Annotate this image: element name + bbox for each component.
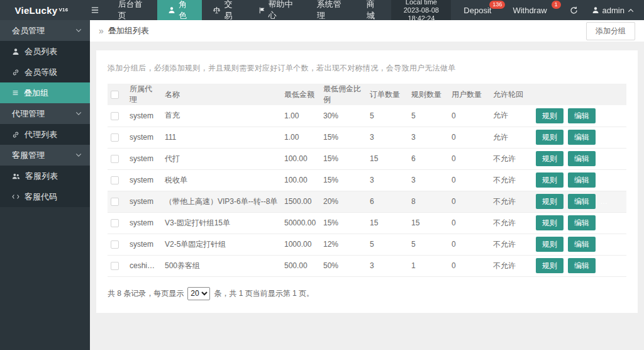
local-time-label: Local time bbox=[399, 0, 443, 6]
rule-button[interactable]: 规则 bbox=[536, 172, 564, 188]
edit-button[interactable]: 编辑 bbox=[568, 151, 596, 166]
cell-rule-count: 6 bbox=[408, 148, 448, 169]
main-content: » 叠加组列表 添加分组 添加分组后，必须添加规则，并且规则需要对应好订单个数，… bbox=[90, 0, 644, 313]
cell-rule-count: 5 bbox=[408, 105, 448, 127]
checkbox-cell bbox=[108, 191, 126, 212]
select-all-checkbox[interactable] bbox=[111, 91, 119, 99]
select-all-cell bbox=[108, 84, 126, 105]
withdraw-link[interactable]: Withdraw 1 bbox=[513, 0, 555, 20]
cell-agent: system bbox=[126, 191, 162, 212]
cell-user-count: 0 bbox=[448, 105, 490, 127]
deposit-label: Deposit bbox=[464, 6, 491, 15]
edit-button[interactable]: 编辑 bbox=[568, 130, 596, 145]
local-time-block: Local time 2023-08-08 18:42:24 bbox=[391, 0, 451, 20]
nav-item-mall[interactable]: 商城 bbox=[356, 0, 392, 20]
edit-button[interactable]: 编辑 bbox=[568, 258, 596, 273]
actions-cell: 规则编辑删除 bbox=[533, 148, 626, 169]
cell-allow-cycle: 不允许 bbox=[490, 169, 533, 191]
page-size-select[interactable]: 20 bbox=[187, 287, 210, 300]
brand-name: VieLucky bbox=[14, 5, 57, 16]
row-checkbox[interactable] bbox=[111, 198, 119, 206]
sidebar-item-member-list[interactable]: 会员列表 bbox=[0, 41, 90, 62]
app-logo: VieLuckyV16 bbox=[0, 0, 83, 20]
edit-button[interactable]: 编辑 bbox=[568, 108, 596, 123]
edit-button[interactable]: 编辑 bbox=[568, 194, 596, 209]
cell-min-amount: 100.00 bbox=[281, 169, 320, 191]
username: admin bbox=[602, 6, 625, 15]
cell-rule-count: 8 bbox=[408, 191, 448, 212]
row-checkbox[interactable] bbox=[111, 176, 119, 184]
row-checkbox[interactable] bbox=[111, 262, 119, 270]
rule-button[interactable]: 规则 bbox=[536, 258, 564, 273]
nav-item-home[interactable]: 后台首页 bbox=[108, 0, 157, 20]
cell-allow-cycle: 允许 bbox=[490, 127, 533, 148]
cell-user-count: 0 bbox=[448, 191, 490, 212]
cell-allow-cycle: 不允许 bbox=[490, 148, 533, 169]
sidebar-item-service-management[interactable]: 客服管理 bbox=[0, 145, 90, 166]
sidebar-item-stack-group[interactable]: 叠加组 bbox=[0, 82, 90, 103]
rule-button[interactable]: 规则 bbox=[536, 194, 564, 209]
row-checkbox[interactable] bbox=[111, 219, 119, 227]
row-checkbox[interactable] bbox=[111, 155, 119, 163]
local-time-value: 2023-08-08 18:42:24 bbox=[399, 6, 443, 23]
sidebar-item-label: 会员列表 bbox=[25, 46, 57, 57]
rule-button[interactable]: 规则 bbox=[536, 130, 564, 145]
sidebar-item-member-level[interactable]: 会员等级 bbox=[0, 62, 90, 82]
groups-table: 所属代理名称最低金额最低佣金比例订单数量规则数量用户数量允许轮回 system首… bbox=[108, 84, 626, 277]
nav-item-label: 角色 bbox=[179, 0, 191, 21]
sidebar-item-label: 客服列表 bbox=[25, 171, 58, 182]
column-header: 规则数量 bbox=[408, 84, 448, 105]
sidebar-group-label: 代理管理 bbox=[12, 108, 45, 120]
row-checkbox[interactable] bbox=[111, 240, 119, 249]
user-menu[interactable]: admin bbox=[587, 6, 644, 15]
cell-agent: system bbox=[126, 169, 162, 191]
checkbox-cell bbox=[108, 105, 126, 127]
column-header: 最低金额 bbox=[281, 84, 320, 105]
table-row: system首充1.0030%550允许规则编辑删除 bbox=[108, 105, 626, 127]
row-checkbox[interactable] bbox=[111, 112, 119, 120]
code-icon bbox=[12, 194, 19, 200]
cell-allow-cycle: 不允许 bbox=[490, 234, 533, 255]
chevron-down-icon bbox=[75, 28, 82, 33]
rule-button[interactable]: 规则 bbox=[536, 151, 564, 166]
cell-user-count: 0 bbox=[448, 234, 490, 255]
sidebar-item-label: 会员等级 bbox=[25, 67, 57, 78]
refresh-button[interactable] bbox=[570, 6, 578, 14]
actions-cell: 规则编辑删除 bbox=[533, 105, 626, 127]
nav-item-label: 后台首页 bbox=[118, 0, 147, 21]
rule-button[interactable]: 规则 bbox=[536, 108, 564, 123]
person-icon bbox=[168, 6, 175, 14]
sidebar-item-member-management[interactable]: 会员管理 bbox=[0, 20, 90, 41]
edit-button[interactable]: 编辑 bbox=[568, 215, 596, 230]
cell-rule-count: 1 bbox=[408, 255, 448, 276]
cell-min-commission: 20% bbox=[320, 191, 367, 212]
deposit-link[interactable]: Deposit 136 bbox=[464, 0, 500, 20]
user-icon bbox=[592, 6, 599, 14]
cell-user-count: 0 bbox=[448, 255, 490, 276]
sidebar-item-agent-list[interactable]: 代理列表 bbox=[0, 124, 90, 145]
nav-item-help[interactable]: 帮助中心 bbox=[248, 0, 306, 20]
sidebar-item-service-list[interactable]: 客服列表 bbox=[0, 166, 90, 186]
pagination-prefix: 共 8 条记录，每页显示 bbox=[108, 288, 184, 299]
hamburger-icon bbox=[91, 6, 99, 14]
rule-button[interactable]: 规则 bbox=[536, 237, 564, 252]
chevron-down-icon bbox=[75, 153, 82, 157]
nav-item-role[interactable]: 角色 bbox=[157, 0, 202, 20]
nav-item-system[interactable]: 系统管理 bbox=[306, 0, 356, 20]
edit-button[interactable]: 编辑 bbox=[568, 237, 596, 252]
table-row: systemV2-5单固定打针组1000.0012%550不允许规则编辑删除 bbox=[108, 234, 626, 255]
column-header: 名称 bbox=[162, 84, 281, 105]
sidebar-toggle-button[interactable] bbox=[83, 0, 108, 20]
nav-item-trade[interactable]: 交易 bbox=[202, 0, 247, 20]
cell-order-count: 3 bbox=[367, 127, 408, 148]
sidebar-item-agent-management[interactable]: 代理管理 bbox=[0, 103, 90, 124]
add-group-button[interactable]: 添加分组 bbox=[586, 22, 635, 40]
rule-button[interactable]: 规则 bbox=[536, 215, 564, 230]
edit-button[interactable]: 编辑 bbox=[568, 172, 596, 188]
brand-version: V16 bbox=[58, 7, 68, 13]
row-checkbox[interactable] bbox=[111, 133, 119, 142]
pagination: 共 8 条记录，每页显示 20 条，共 1 页当前显示第 1 页。 bbox=[108, 287, 626, 300]
cell-min-commission: 30% bbox=[320, 105, 367, 127]
cell-min-amount: 50000.00 bbox=[281, 212, 320, 234]
sidebar-item-service-code[interactable]: 客服代码 bbox=[0, 186, 90, 207]
